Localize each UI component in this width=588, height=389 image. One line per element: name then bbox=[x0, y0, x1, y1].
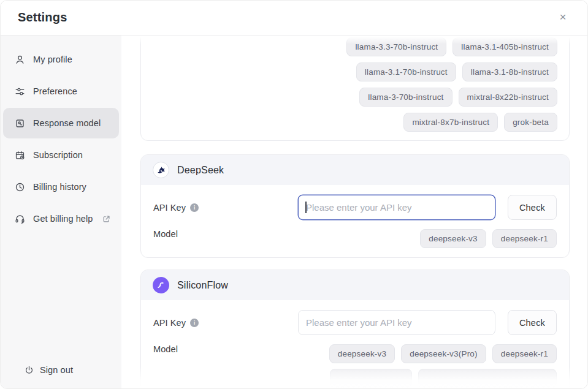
external-link-icon bbox=[102, 214, 111, 224]
sidebar-item-get-billing-help[interactable]: Get billing help bbox=[3, 203, 119, 234]
close-icon[interactable]: × bbox=[554, 9, 571, 26]
deepseek-api-key-field bbox=[298, 195, 495, 220]
sidebar-item-label: Response model bbox=[33, 118, 101, 128]
api-key-row: API Key i Check bbox=[153, 310, 557, 335]
user-icon bbox=[14, 54, 26, 66]
sidebar-item-label: Get billing help bbox=[33, 214, 93, 224]
model-chip[interactable]: llama-3.3-70b-instruct bbox=[346, 37, 446, 56]
sliders-icon bbox=[14, 86, 26, 97]
sidebar-item-label: Subscription bbox=[33, 150, 83, 160]
model-chip-row bbox=[330, 369, 557, 388]
api-key-row: API Key i Check bbox=[153, 195, 557, 220]
model-label: Model bbox=[153, 344, 178, 354]
deepseek-logo-icon bbox=[153, 162, 169, 178]
provider-header: SiliconFlow bbox=[141, 270, 569, 300]
info-icon[interactable]: i bbox=[190, 203, 199, 212]
headphones-icon bbox=[14, 213, 26, 225]
model-row: Model deepseek-v3 deepseek-v3(Pro) deeps… bbox=[153, 344, 557, 388]
settings-dialog: Settings × My profile Preference Respons… bbox=[0, 0, 588, 389]
power-icon bbox=[24, 365, 34, 376]
model-chip[interactable]: mixtral-8x7b-instruct bbox=[403, 113, 498, 132]
model-chip-row: llama-3.1-70b-instruct llama-3.1-8b-inst… bbox=[153, 62, 557, 81]
provider-body: API Key i Check Model deepseek-v3 deeps bbox=[141, 185, 569, 259]
api-key-input[interactable] bbox=[298, 310, 495, 335]
siliconflow-logo-icon bbox=[153, 277, 169, 293]
model-chip[interactable]: llama-3.1-8b-instruct bbox=[462, 62, 557, 81]
model-label: Model bbox=[153, 229, 178, 239]
sidebar-item-billing-history[interactable]: Billing history bbox=[3, 172, 119, 202]
check-button[interactable]: Check bbox=[508, 195, 557, 220]
model-chip[interactable]: deepseek-v3 bbox=[420, 229, 486, 248]
model-chip[interactable]: llama-3.1-405b-instruct bbox=[452, 37, 557, 56]
provider-name: DeepSeek bbox=[177, 165, 224, 176]
model-chip-row: llama-3.3-70b-instruct llama-3.1-405b-in… bbox=[153, 37, 557, 56]
model-chip[interactable]: deepseek-r1 bbox=[492, 229, 557, 248]
sidebar-item-my-profile[interactable]: My profile bbox=[3, 44, 119, 75]
model-chip[interactable]: llama-3-70b-instruct bbox=[359, 88, 452, 107]
model-chip-row: deepseek-v3 deepseek-r1 bbox=[420, 229, 557, 248]
sign-out-button[interactable]: Sign out bbox=[1, 358, 121, 382]
provider-name: SiliconFlow bbox=[177, 280, 228, 291]
model-chip-row: llama-3-70b-instruct mixtral-8x22b-instr… bbox=[153, 88, 557, 107]
provider-card-deepseek: DeepSeek API Key i Check Model bbox=[140, 154, 570, 258]
sidebar-item-response-model[interactable]: Response model bbox=[3, 108, 119, 138]
provider-header: DeepSeek bbox=[141, 155, 569, 185]
model-chip[interactable]: mixtral-8x22b-instruct bbox=[459, 88, 557, 107]
model-chip[interactable]: grok-beta bbox=[504, 113, 557, 132]
model-icon bbox=[14, 118, 26, 129]
info-icon[interactable]: i bbox=[190, 319, 199, 327]
api-key-input[interactable] bbox=[298, 195, 495, 220]
model-chip[interactable]: llama-3.1-70b-instruct bbox=[356, 62, 456, 81]
model-chip[interactable]: deepseek-v3(Pro) bbox=[401, 344, 486, 363]
model-chip-row: deepseek-v3 deepseek-v3(Pro) deepseek-r1 bbox=[329, 344, 557, 363]
clock-icon bbox=[14, 181, 26, 193]
sidebar: My profile Preference Response model Sub… bbox=[1, 36, 121, 388]
check-button[interactable]: Check bbox=[508, 310, 557, 335]
model-chip[interactable]: deepseek-v3 bbox=[329, 344, 395, 363]
text-caret bbox=[305, 202, 307, 213]
provider-body: API Key i Check Model deepseek-v3 deepse… bbox=[141, 300, 569, 388]
model-chip-partial[interactable] bbox=[330, 369, 412, 388]
sidebar-item-label: My profile bbox=[33, 55, 72, 64]
dialog-title: Settings bbox=[18, 10, 67, 25]
model-chip[interactable]: deepseek-r1 bbox=[492, 344, 557, 363]
sidebar-item-label: Preference bbox=[33, 86, 77, 96]
calendar-clock-icon bbox=[14, 149, 26, 161]
api-key-label: API Key i bbox=[153, 203, 199, 213]
siliconflow-api-key-field bbox=[298, 310, 495, 335]
api-key-label: API Key i bbox=[153, 318, 199, 328]
sidebar-item-label: Billing history bbox=[33, 182, 86, 192]
model-chip-row: mixtral-8x7b-instruct grok-beta bbox=[153, 113, 557, 132]
model-row: Model deepseek-v3 deepseek-r1 bbox=[153, 229, 557, 248]
provider-card-siliconflow: SiliconFlow API Key i Check Model bbox=[140, 270, 570, 388]
sidebar-item-subscription[interactable]: Subscription bbox=[3, 140, 119, 170]
settings-content-scroll-area[interactable]: llama-3.3-70b-instruct llama-3.1-405b-in… bbox=[121, 36, 587, 388]
dialog-header: Settings × bbox=[1, 1, 587, 36]
provider-card-clipped-top: llama-3.3-70b-instruct llama-3.1-405b-in… bbox=[140, 36, 570, 141]
sidebar-item-preference[interactable]: Preference bbox=[3, 76, 119, 107]
sign-out-label: Sign out bbox=[40, 365, 73, 375]
model-chip-partial[interactable] bbox=[418, 369, 557, 388]
